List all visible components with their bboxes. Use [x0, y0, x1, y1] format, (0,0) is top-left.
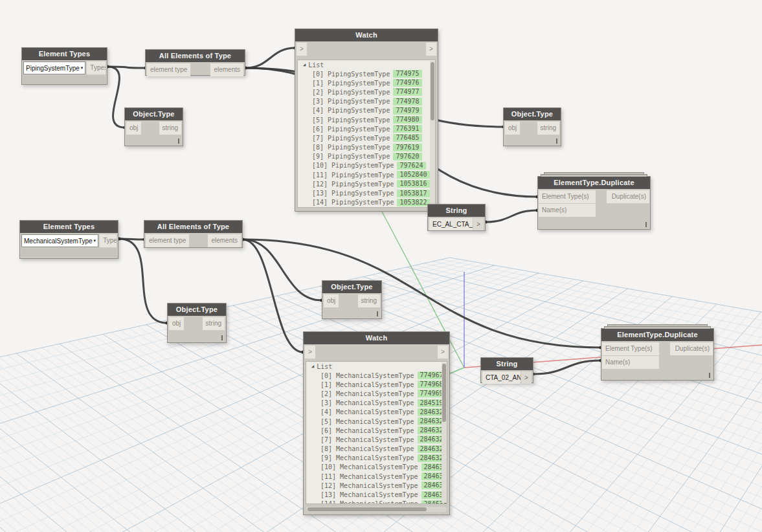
port-string-output[interactable]: string [537, 122, 559, 135]
vertical-scrollbar[interactable] [430, 61, 435, 206]
node-title[interactable]: All Elements of Type [144, 221, 242, 233]
item-label: [1] MechanicalSystemType [320, 381, 414, 388]
node-title[interactable]: ElementType.Duplicate [538, 177, 650, 189]
port-types-output[interactable]: Types [87, 61, 106, 74]
node-elementtype-duplicate-piping[interactable]: ElementType.Duplicate Element Type(s) Na… [537, 176, 651, 230]
node-title[interactable]: Object.Type [125, 108, 183, 120]
port-duplicates-output[interactable]: Duplicate(s) [670, 342, 713, 355]
lacing-indicator[interactable] [645, 222, 647, 227]
lacing-indicator[interactable] [556, 139, 557, 144]
item-value: 776485 [393, 134, 421, 142]
port-obj-input[interactable]: obj [505, 122, 520, 135]
string-value-input[interactable]: CTA_02_ANF [482, 371, 521, 384]
node-element-types-piping[interactable]: Element Types PipingSystemType ▾ Types [21, 47, 107, 85]
node-title[interactable]: ElementType.Duplicate [601, 329, 713, 341]
node-title[interactable]: Object.Type [504, 108, 561, 120]
list-item: [3] PipingSystemType 774978 [298, 97, 435, 106]
node-title[interactable]: Element Types [22, 48, 107, 60]
node-object-type-piping-b[interactable]: Object.Type obj string [503, 107, 561, 146]
item-value: 797624 [397, 162, 425, 170]
watch-input-port[interactable]: > [297, 43, 307, 56]
node-title[interactable]: Watch [304, 332, 449, 344]
wire-elements-to-objecttype2-mech[interactable] [243, 239, 322, 300]
list-item: [11] MechanicalSystemType 2846329 [306, 472, 447, 481]
watch-output-port[interactable]: > [426, 43, 436, 56]
port-obj-input[interactable]: obj [324, 294, 339, 307]
port-string-output[interactable]: string [203, 317, 225, 330]
wire-elements-to-watch-piping[interactable] [245, 48, 295, 68]
lacing-indicator[interactable] [178, 139, 179, 144]
scrollbar-thumb[interactable] [308, 507, 427, 511]
item-value: 774975 [393, 70, 421, 78]
node-title[interactable]: Object.Type [322, 281, 381, 293]
dynamo-canvas[interactable]: Element Types PipingSystemType ▾ Types A… [0, 0, 762, 532]
port-elements-output[interactable]: elements [208, 234, 241, 247]
vertical-scrollbar[interactable] [442, 362, 447, 503]
node-object-type-mech-a[interactable]: Object.Type obj string [167, 303, 227, 343]
watch-output-port[interactable]: > [438, 346, 448, 359]
watch-rows: [0] MechanicalSystemType 774967 [1] Mech… [306, 371, 447, 504]
list-item: [4] PipingSystemType 774979 [298, 106, 435, 115]
watch-list[interactable]: ◢ List [0] PipingSystemType 774975 [1] P… [297, 60, 436, 208]
wire-string-to-duplicate-mech[interactable] [533, 360, 601, 374]
node-all-elements-of-type-piping[interactable]: All Elements of Type element type elemen… [145, 49, 245, 76]
scrollbar-thumb[interactable] [442, 364, 446, 422]
element-type-dropdown[interactable]: PipingSystemType ▾ [23, 61, 85, 74]
node-elementtype-duplicate-mech[interactable]: ElementType.Duplicate Element Type(s) Na… [601, 328, 714, 381]
node-string-piping[interactable]: String EC_AL_CTA_02 > [427, 204, 486, 231]
collapse-triangle-icon[interactable]: ◢ [303, 61, 306, 68]
node-watch-mech[interactable]: Watch > > ◢ List [0] MechanicalSystemTyp… [303, 331, 450, 515]
item-label: [12] MechanicalSystemType [320, 482, 418, 489]
item-label: [14] MechanicalSystemType [320, 500, 418, 504]
wire-types-to-objecttype-piping[interactable] [107, 67, 125, 127]
node-body [190, 234, 207, 247]
port-duplicates-output[interactable]: Duplicate(s) [607, 190, 649, 203]
dropdown-value: PipingSystemType [26, 65, 80, 72]
port-element-types-input[interactable]: Element Type(s) [602, 342, 659, 355]
port-obj-input[interactable]: obj [169, 317, 184, 330]
element-type-dropdown[interactable]: MechanicalSystemType ▾ [21, 234, 98, 247]
scrollbar-thumb[interactable] [431, 62, 434, 120]
item-value: 774977 [393, 88, 421, 96]
collapse-triangle-icon[interactable]: ◢ [311, 363, 314, 370]
port-obj-input[interactable]: obj [126, 122, 141, 135]
list-item: [1] PipingSystemType 774976 [298, 78, 435, 87]
string-output-port[interactable]: > [473, 218, 484, 230]
port-element-types-input[interactable]: Element Type(s) [539, 190, 596, 203]
node-string-mech[interactable]: String CTA_02_ANF > [480, 357, 533, 383]
node-title[interactable]: String [481, 358, 533, 370]
string-output-port[interactable]: > [521, 371, 532, 384]
node-object-type-mech-b[interactable]: Object.Type obj string [322, 280, 382, 319]
item-label: [5] MechanicalSystemType [320, 418, 414, 425]
watch-input-port[interactable]: > [305, 346, 315, 359]
node-title[interactable]: Watch [295, 29, 438, 41]
port-string-output[interactable]: string [358, 294, 380, 307]
port-string-output[interactable]: string [159, 122, 181, 135]
list-item: [1] MechanicalSystemType 774968 [306, 380, 447, 389]
list-item: [9] MechanicalSystemType 2846327 [306, 454, 447, 463]
node-object-type-piping-a[interactable]: Object.Type obj string [124, 107, 183, 146]
port-types-output[interactable]: Types [100, 234, 117, 247]
port-element-type-input[interactable]: element type [147, 63, 190, 76]
node-element-types-mech[interactable]: Element Types MechanicalSystemType ▾ Typ… [19, 220, 118, 259]
node-all-elements-of-type-mech[interactable]: All Elements of Type element type elemen… [144, 220, 243, 248]
node-watch-piping[interactable]: Watch > > ◢ List [0] PipingSystemType 77… [295, 28, 438, 212]
string-value-input[interactable]: EC_AL_CTA_02 [429, 218, 473, 230]
port-element-type-input[interactable]: element type [146, 234, 189, 247]
port-names-input[interactable]: Name(s) [539, 204, 596, 217]
wire-types-to-objecttype-mech[interactable] [119, 239, 167, 323]
port-names-input[interactable]: Name(s) [602, 356, 659, 369]
list-label: List [308, 61, 324, 69]
watch-list[interactable]: ◢ List [0] MechanicalSystemType 774967 [… [306, 361, 447, 504]
item-value: 797620 [393, 153, 421, 161]
horizontal-scrollbar[interactable] [306, 507, 447, 512]
node-title[interactable]: All Elements of Type [146, 50, 245, 62]
port-elements-output[interactable]: elements [210, 63, 243, 76]
node-title[interactable]: Object.Type [168, 304, 226, 316]
node-title[interactable]: String [428, 205, 485, 217]
lacing-indicator[interactable] [709, 373, 710, 378]
wire-string-to-duplicate-piping[interactable] [486, 210, 537, 222]
lacing-indicator[interactable] [221, 335, 223, 340]
lacing-indicator[interactable] [377, 311, 378, 316]
node-title[interactable]: Element Types [20, 221, 118, 233]
